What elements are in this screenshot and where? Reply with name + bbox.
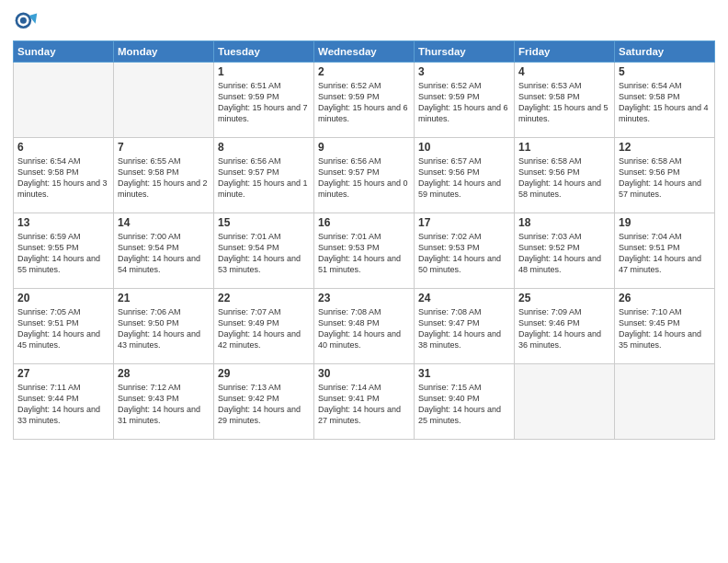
day-number: 15 [218, 216, 310, 229]
weekday-header-row: SundayMondayTuesdayWednesdayThursdayFrid… [14, 41, 715, 63]
cell-text: Sunrise: 7:11 AMSunset: 9:44 PMDaylight:… [17, 382, 109, 427]
day-number: 4 [518, 65, 610, 78]
calendar-week-5: 27Sunrise: 7:11 AMSunset: 9:44 PMDayligh… [14, 364, 715, 440]
calendar-cell: 27Sunrise: 7:11 AMSunset: 9:44 PMDayligh… [14, 364, 114, 440]
calendar-cell [515, 364, 615, 440]
cell-text: Sunrise: 6:56 AMSunset: 9:57 PMDaylight:… [318, 155, 410, 201]
calendar-cell: 30Sunrise: 7:14 AMSunset: 9:41 PMDayligh… [314, 364, 415, 440]
cell-text: Sunrise: 7:10 AMSunset: 9:45 PMDaylight:… [619, 306, 711, 351]
cell-text: Sunrise: 7:07 AMSunset: 9:49 PMDaylight:… [218, 306, 310, 351]
calendar-cell: 12Sunrise: 6:58 AMSunset: 9:56 PMDayligh… [615, 138, 715, 213]
weekday-header-monday: Monday [114, 41, 214, 63]
weekday-header-friday: Friday [515, 41, 615, 63]
cell-text: Sunrise: 6:59 AMSunset: 9:55 PMDaylight:… [17, 231, 109, 276]
cell-text: Sunrise: 6:57 AMSunset: 9:56 PMDaylight:… [418, 155, 510, 201]
cell-text: Sunrise: 6:53 AMSunset: 9:58 PMDaylight:… [518, 80, 610, 125]
calendar-cell: 26Sunrise: 7:10 AMSunset: 9:45 PMDayligh… [615, 289, 715, 364]
cell-text: Sunrise: 7:06 AMSunset: 9:50 PMDaylight:… [118, 306, 210, 351]
cell-text: Sunrise: 7:02 AMSunset: 9:53 PMDaylight:… [418, 231, 510, 276]
day-number: 25 [518, 292, 610, 304]
cell-text: Sunrise: 6:54 AMSunset: 9:58 PMDaylight:… [17, 155, 109, 201]
day-number: 14 [118, 216, 210, 229]
calendar-cell: 19Sunrise: 7:04 AMSunset: 9:51 PMDayligh… [615, 213, 715, 289]
day-number: 23 [318, 292, 410, 304]
day-number: 12 [619, 141, 711, 154]
calendar-cell: 31Sunrise: 7:15 AMSunset: 9:40 PMDayligh… [415, 364, 515, 440]
cell-text: Sunrise: 7:12 AMSunset: 9:43 PMDaylight:… [118, 382, 210, 427]
calendar: SundayMondayTuesdayWednesdayThursdayFrid… [13, 40, 715, 440]
calendar-cell: 3Sunrise: 6:52 AMSunset: 9:59 PMDaylight… [415, 63, 515, 138]
calendar-cell: 13Sunrise: 6:59 AMSunset: 9:55 PMDayligh… [14, 213, 114, 289]
cell-text: Sunrise: 7:04 AMSunset: 9:51 PMDaylight:… [619, 231, 711, 276]
calendar-cell: 14Sunrise: 7:00 AMSunset: 9:54 PMDayligh… [114, 213, 214, 289]
day-number: 20 [17, 292, 109, 304]
calendar-cell: 20Sunrise: 7:05 AMSunset: 9:51 PMDayligh… [14, 289, 114, 364]
day-number: 27 [17, 367, 109, 380]
logo-icon [13, 9, 39, 35]
day-number: 30 [318, 367, 410, 380]
weekday-header-sunday: Sunday [14, 41, 114, 63]
calendar-cell: 9Sunrise: 6:56 AMSunset: 9:57 PMDaylight… [314, 138, 415, 213]
calendar-cell: 25Sunrise: 7:09 AMSunset: 9:46 PMDayligh… [515, 289, 615, 364]
day-number: 10 [418, 141, 510, 154]
day-number: 3 [418, 65, 510, 78]
day-number: 21 [118, 292, 210, 304]
cell-text: Sunrise: 7:00 AMSunset: 9:54 PMDaylight:… [118, 231, 210, 276]
cell-text: Sunrise: 7:09 AMSunset: 9:46 PMDaylight:… [518, 306, 610, 351]
calendar-cell: 8Sunrise: 6:56 AMSunset: 9:57 PMDaylight… [214, 138, 314, 213]
calendar-week-1: 1Sunrise: 6:51 AMSunset: 9:59 PMDaylight… [14, 63, 715, 138]
cell-text: Sunrise: 6:51 AMSunset: 9:59 PMDaylight:… [218, 80, 310, 125]
day-number: 2 [318, 65, 410, 78]
calendar-cell: 29Sunrise: 7:13 AMSunset: 9:42 PMDayligh… [214, 364, 314, 440]
day-number: 28 [118, 367, 210, 380]
calendar-cell: 23Sunrise: 7:08 AMSunset: 9:48 PMDayligh… [314, 289, 415, 364]
cell-text: Sunrise: 7:01 AMSunset: 9:54 PMDaylight:… [218, 231, 310, 276]
calendar-cell: 21Sunrise: 7:06 AMSunset: 9:50 PMDayligh… [114, 289, 214, 364]
calendar-cell: 28Sunrise: 7:12 AMSunset: 9:43 PMDayligh… [114, 364, 214, 440]
weekday-header-wednesday: Wednesday [314, 41, 415, 63]
calendar-cell: 15Sunrise: 7:01 AMSunset: 9:54 PMDayligh… [214, 213, 314, 289]
calendar-cell: 7Sunrise: 6:55 AMSunset: 9:58 PMDaylight… [114, 138, 214, 213]
day-number: 31 [418, 367, 510, 380]
calendar-cell: 4Sunrise: 6:53 AMSunset: 9:58 PMDaylight… [515, 63, 615, 138]
calendar-cell: 5Sunrise: 6:54 AMSunset: 9:58 PMDaylight… [615, 63, 715, 138]
day-number: 19 [619, 216, 711, 229]
calendar-cell: 18Sunrise: 7:03 AMSunset: 9:52 PMDayligh… [515, 213, 615, 289]
calendar-cell: 17Sunrise: 7:02 AMSunset: 9:53 PMDayligh… [415, 213, 515, 289]
calendar-week-3: 13Sunrise: 6:59 AMSunset: 9:55 PMDayligh… [14, 213, 715, 289]
day-number: 5 [619, 65, 711, 78]
weekday-header-saturday: Saturday [615, 41, 715, 63]
calendar-cell: 1Sunrise: 6:51 AMSunset: 9:59 PMDaylight… [214, 63, 314, 138]
cell-text: Sunrise: 6:56 AMSunset: 9:57 PMDaylight:… [218, 155, 310, 201]
cell-text: Sunrise: 6:55 AMSunset: 9:58 PMDaylight:… [118, 155, 210, 201]
cell-text: Sunrise: 7:13 AMSunset: 9:42 PMDaylight:… [218, 382, 310, 427]
day-number: 1 [218, 65, 310, 78]
cell-text: Sunrise: 7:01 AMSunset: 9:53 PMDaylight:… [318, 231, 410, 276]
page-container: SundayMondayTuesdayWednesdayThursdayFrid… [0, 0, 728, 563]
cell-text: Sunrise: 7:08 AMSunset: 9:47 PMDaylight:… [418, 306, 510, 351]
calendar-cell: 10Sunrise: 6:57 AMSunset: 9:56 PMDayligh… [415, 138, 515, 213]
calendar-cell [114, 63, 214, 138]
cell-text: Sunrise: 7:05 AMSunset: 9:51 PMDaylight:… [17, 306, 109, 351]
calendar-cell: 2Sunrise: 6:52 AMSunset: 9:59 PMDaylight… [314, 63, 415, 138]
logo [13, 9, 42, 35]
weekday-header-thursday: Thursday [415, 41, 515, 63]
cell-text: Sunrise: 7:08 AMSunset: 9:48 PMDaylight:… [318, 306, 410, 351]
weekday-header-tuesday: Tuesday [214, 41, 314, 63]
svg-point-2 [20, 17, 27, 24]
calendar-week-4: 20Sunrise: 7:05 AMSunset: 9:51 PMDayligh… [14, 289, 715, 364]
cell-text: Sunrise: 7:14 AMSunset: 9:41 PMDaylight:… [318, 382, 410, 427]
day-number: 22 [218, 292, 310, 304]
day-number: 16 [318, 216, 410, 229]
day-number: 26 [619, 292, 711, 304]
cell-text: Sunrise: 6:58 AMSunset: 9:56 PMDaylight:… [619, 155, 711, 201]
calendar-cell [615, 364, 715, 440]
cell-text: Sunrise: 7:03 AMSunset: 9:52 PMDaylight:… [518, 231, 610, 276]
calendar-week-2: 6Sunrise: 6:54 AMSunset: 9:58 PMDaylight… [14, 138, 715, 213]
day-number: 17 [418, 216, 510, 229]
day-number: 7 [118, 141, 210, 154]
cell-text: Sunrise: 6:52 AMSunset: 9:59 PMDaylight:… [318, 80, 410, 125]
calendar-cell: 11Sunrise: 6:58 AMSunset: 9:56 PMDayligh… [515, 138, 615, 213]
cell-text: Sunrise: 6:54 AMSunset: 9:58 PMDaylight:… [619, 80, 711, 125]
header [13, 9, 715, 35]
